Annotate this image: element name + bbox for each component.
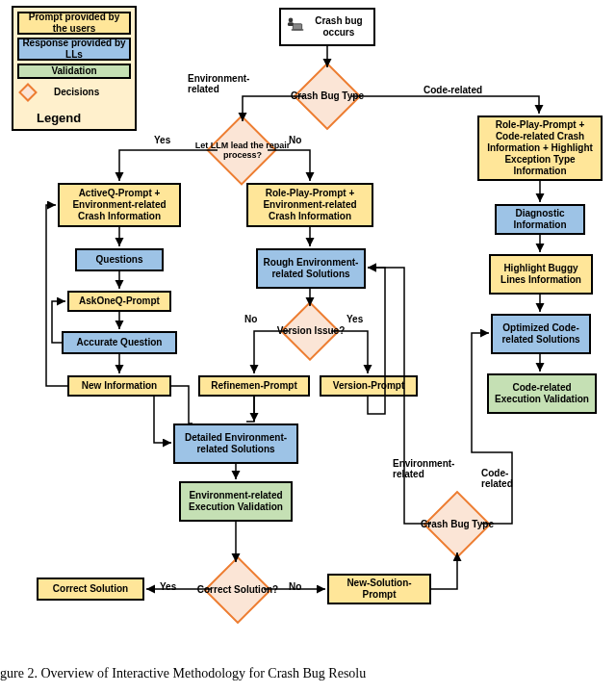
svg-point-0 [289,18,294,23]
legend-prompt-label: Prompt provided by the users [22,12,126,35]
edge-yes2: Yes [346,314,363,324]
legend-validation-label: Validation [51,65,96,77]
figure-caption: gure 2. Overview of Interactive Methodol… [0,666,366,681]
edge-no3: No [289,581,301,592]
response-accurate-q: Accurate Question [62,331,177,354]
prompt-activeq-label: ActiveQ-Prompt + Environment-related Cra… [63,188,176,222]
validation-code-exec: Code-related Execution Validation [487,373,597,414]
validation-code-exec-label: Code-related Execution Validation [492,382,592,405]
prompt-activeq: ActiveQ-Prompt + Environment-related Cra… [58,183,181,227]
response-accurate-q-label: Accurate Question [77,337,163,348]
prompt-correct-solution-label: Correct Solution [53,583,128,595]
edge-no1: No [289,135,301,145]
prompt-roleplay-env: Role-Play-Prompt + Environment-related C… [246,183,373,227]
response-optimized-code: Optimized Code-related Solutions [491,314,591,354]
decision-correct-solution [204,556,272,625]
prompt-new-solution: New-Solution-Prompt [327,574,431,604]
response-questions: Questions [75,248,164,271]
prompt-askoneq: AskOneQ-Prompt [67,291,171,312]
edge-env-side: Environment-related [393,458,470,479]
response-diagnostic-label: Diagnostic Information [500,208,580,231]
response-diagnostic: Diagnostic Information [495,204,585,235]
prompt-roleplay-code: Role-Play-Prompt + Code-related Crash In… [477,116,603,181]
prompt-version: Version-Prompt [320,375,418,397]
prompt-askoneq-label: AskOneQ-Prompt [79,295,160,307]
decision-crash-type-bottom [424,491,492,559]
legend-decisions-label: Decisions [54,87,99,98]
prompt-version-label: Version-Prompt [333,380,404,392]
edge-code-top: Code-related [424,85,482,95]
edge-env-top: Environment-related [188,73,265,94]
legend-validation: Validation [17,64,131,79]
validation-env-exec-label: Environment-related Execution Validation [184,490,288,513]
response-rough-env-label: Rough Environment-related Solutions [261,257,361,280]
decision-llm-lead [206,115,277,186]
response-detailed-env: Detailed Environment-related Solutions [173,424,298,464]
edge-code-side: Code-related [481,468,529,489]
legend-prompt: Prompt provided by the users [17,12,131,35]
response-rough-env: Rough Environment-related Solutions [256,248,366,289]
legend-title: Legend [37,111,81,126]
validation-env-exec: Environment-related Execution Validation [179,481,293,522]
legend-response-label: Response provided by LLs [22,38,126,61]
decision-version-issue [280,301,340,361]
response-detailed-env-label: Detailed Environment-related Solutions [178,432,294,455]
prompt-roleplay-env-label: Role-Play-Prompt + Environment-related C… [251,188,369,222]
person-laptop-icon [284,16,305,38]
prompt-highlight-buggy-label: Highlight Buggy Lines Information [494,263,588,286]
prompt-roleplay-code-label: Role-Play-Prompt + Code-related Crash In… [482,119,598,177]
prompt-new-solution-label: New-Solution-Prompt [332,578,426,601]
prompt-refinement-label: Refinemen-Prompt [211,380,296,392]
prompt-refinement: Refinemen-Prompt [198,375,310,397]
prompt-new-info: New Information [67,375,171,397]
response-questions-label: Questions [96,254,143,266]
legend-box: Prompt provided by the users Response pr… [12,6,137,131]
decision-crash-type-top [294,63,362,131]
start-box: Crash bug occurs [279,8,375,46]
prompt-new-info-label: New Information [82,380,157,392]
svg-rect-2 [293,24,301,30]
edge-yes1: Yes [154,135,170,145]
legend-diamond-icon [18,83,38,102]
prompt-highlight-buggy: Highlight Buggy Lines Information [489,254,593,295]
prompt-correct-solution: Correct Solution [37,578,144,601]
response-optimized-code-label: Optimized Code-related Solutions [496,322,586,346]
start-label: Crash bug occurs [307,15,371,38]
edge-no2: No [244,314,257,324]
svg-rect-3 [292,29,303,31]
edge-yes3: Yes [160,581,176,592]
legend-response: Response provided by LLs [17,38,131,61]
